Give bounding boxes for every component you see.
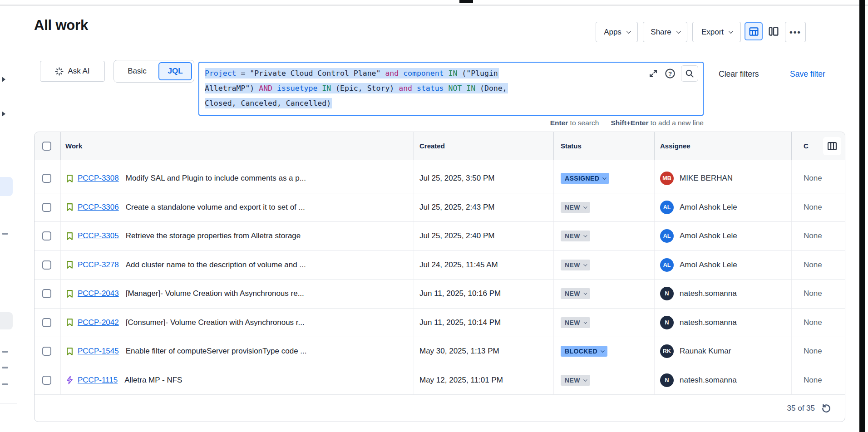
sidebar-item-hover[interactable]: [0, 312, 13, 329]
sidebar-item[interactable]: [2, 351, 8, 353]
table-row[interactable]: PCCP-3305Retrieve the storage properties…: [35, 222, 845, 251]
query-mode-toggle: Basic JQL: [113, 60, 194, 83]
assignee-avatar: AL: [660, 229, 674, 243]
row-checkbox[interactable]: [42, 347, 51, 356]
ai-sparkle-icon: [55, 67, 64, 76]
status-dropdown[interactable]: NEW: [561, 260, 590, 270]
sidebar-item[interactable]: [2, 233, 8, 235]
table-row[interactable]: PCCP-3308Modify SAL and Plugin to includ…: [35, 164, 845, 193]
columns-icon: [827, 141, 837, 151]
status-dropdown[interactable]: NEW: [561, 288, 590, 299]
table-row[interactable]: PCCP-2043[Manager]- Volume Creation with…: [35, 280, 845, 309]
issue-summary[interactable]: Add cluster name to the description of v…: [126, 260, 306, 270]
table-body: PCCP-3308Modify SAL and Plugin to includ…: [35, 164, 845, 395]
selected-query-text: AlletraMP") AND issuetype IN (Epic, Stor…: [205, 83, 508, 93]
jql-query-input[interactable]: Project = "Private Cloud Control Plane" …: [198, 62, 704, 116]
issue-key-link[interactable]: PCCP-1545: [78, 347, 119, 356]
issue-summary[interactable]: Alletra MP - NFS: [124, 376, 182, 385]
status-dropdown[interactable]: NEW: [561, 202, 590, 213]
issue-key-link[interactable]: PCCP-3308: [78, 174, 119, 183]
created-date: Jun 11, 2025, 10:14 PM: [419, 318, 501, 327]
truncated-column-value: None: [804, 174, 822, 183]
sidebar-divider: [0, 403, 17, 403]
issue-key-link[interactable]: PCCP-2042: [78, 318, 119, 327]
assignee-avatar: N: [660, 373, 674, 387]
top-divider: [0, 5, 868, 6]
sidebar-item-selected[interactable]: [0, 177, 13, 196]
page-title: All work: [34, 17, 88, 34]
expand-editor-button[interactable]: [647, 68, 659, 79]
created-date: May 12, 2025, 11:01 PM: [419, 376, 503, 385]
assignee-name: Raunak Kumar: [680, 347, 731, 356]
apps-dropdown-button[interactable]: Apps: [596, 22, 638, 42]
issue-key-link[interactable]: PCCP-2043: [78, 289, 119, 298]
help-icon: ?: [665, 68, 676, 79]
save-filter-button[interactable]: Save filter: [790, 69, 825, 79]
select-all-checkbox[interactable]: [42, 142, 51, 151]
status-dropdown[interactable]: BLOCKED: [561, 346, 607, 357]
issue-summary[interactable]: [Manager]- Volume Creation with Asynchro…: [126, 289, 304, 298]
sidebar-item[interactable]: [2, 367, 8, 368]
table-view-icon: [749, 27, 759, 36]
row-checkbox[interactable]: [42, 203, 51, 212]
row-checkbox[interactable]: [42, 174, 51, 183]
row-checkbox[interactable]: [42, 376, 51, 385]
column-header-work[interactable]: Work: [60, 132, 414, 160]
status-dropdown[interactable]: NEW: [561, 375, 590, 386]
row-checkbox[interactable]: [42, 289, 51, 298]
issue-summary[interactable]: Create a standalone volume and export it…: [126, 203, 305, 212]
status-dropdown[interactable]: ASSIGNED: [561, 173, 609, 184]
row-checkbox[interactable]: [42, 231, 51, 241]
run-search-button[interactable]: [681, 65, 698, 82]
hint-enter-key: Enter: [550, 119, 568, 127]
jql-mode-tab[interactable]: JQL: [158, 62, 192, 80]
table-row[interactable]: PCCP-3306Create a standalone volume and …: [35, 193, 845, 222]
issue-summary[interactable]: Modify SAL and Plugin to include comment…: [126, 174, 306, 183]
column-header-assignee[interactable]: Assignee: [654, 132, 791, 160]
selected-query-text: Project = "Private Cloud Control Plane" …: [205, 68, 499, 79]
basic-mode-tab[interactable]: Basic: [116, 67, 158, 76]
assignee-avatar: AL: [660, 258, 674, 272]
issue-summary[interactable]: Retrieve the storage properties from All…: [126, 231, 301, 241]
issue-key-link[interactable]: PCCP-3305: [78, 231, 119, 241]
table-row[interactable]: PCCP-2042[Consumer]- Volume Creation wit…: [35, 309, 845, 338]
share-dropdown-button[interactable]: Share: [643, 22, 687, 42]
table-row[interactable]: PCCP-3278Add cluster name to the descrip…: [35, 251, 845, 280]
export-dropdown-button[interactable]: Export: [692, 22, 741, 42]
more-actions-button[interactable]: •••: [785, 22, 806, 42]
status-dropdown[interactable]: NEW: [561, 317, 590, 328]
issue-key-link[interactable]: PCCP-3278: [78, 260, 119, 270]
created-date: Jul 25, 2025, 2:40 PM: [419, 231, 494, 241]
issue-key-link[interactable]: PCCP-1115: [78, 376, 118, 385]
table-row[interactable]: PCCP-1115Alletra MP - NFSMay 12, 2025, 1…: [35, 366, 845, 395]
view-toggle: [745, 22, 783, 40]
column-header-created[interactable]: Created: [414, 132, 553, 160]
issue-key-link[interactable]: PCCP-3306: [78, 203, 119, 212]
syntax-help-button[interactable]: ?: [664, 68, 676, 79]
hint-enter-text: to search: [568, 119, 599, 127]
row-checkbox[interactable]: [42, 260, 51, 270]
screen-edge-bar: [859, 0, 865, 432]
chevron-right-icon[interactable]: [2, 111, 5, 117]
assignee-name: natesh.somanna: [680, 318, 737, 327]
issue-summary[interactable]: Enable filter of computeServer provision…: [126, 347, 307, 356]
column-header-status[interactable]: Status: [553, 132, 654, 160]
refresh-button[interactable]: [821, 403, 831, 413]
status-dropdown[interactable]: NEW: [561, 231, 590, 241]
issue-summary[interactable]: [Consumer]- Volume Creation with Asynchr…: [126, 318, 305, 327]
list-view-button[interactable]: [745, 22, 763, 40]
configure-columns-button[interactable]: [823, 137, 841, 155]
clear-filters-button[interactable]: Clear filters: [719, 69, 759, 79]
detail-view-button[interactable]: [764, 22, 783, 40]
assignee-name: Amol Ashok Lele: [680, 203, 737, 212]
table-row[interactable]: PCCP-1545Enable filter of computeServer …: [35, 337, 845, 366]
side-panel-icon: [769, 26, 779, 36]
sidebar-item[interactable]: [2, 383, 8, 385]
row-checkbox[interactable]: [42, 318, 51, 327]
work-items-table: Work Created Status Assignee C PCCP-3308…: [34, 132, 845, 422]
jql-query-text[interactable]: Project = "Private Cloud Control Plane" …: [205, 66, 644, 111]
assignee-avatar: RK: [660, 344, 674, 358]
ask-ai-button[interactable]: Ask AI: [40, 61, 105, 82]
created-date: Jun 11, 2025, 10:16 PM: [419, 289, 501, 298]
chevron-right-icon[interactable]: [2, 77, 5, 82]
